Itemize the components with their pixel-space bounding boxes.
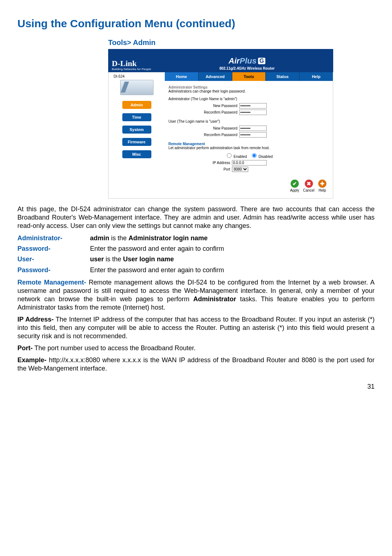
tab-status[interactable]: Status <box>266 72 299 81</box>
port-select[interactable]: 8080 <box>232 167 248 172</box>
port-label: Port <box>168 167 232 171</box>
example-term: Example- <box>17 356 46 364</box>
admin-section-label: Administrator (The Login Name is "admin"… <box>168 97 329 101</box>
brand-subtitle: 802.11g/2.4GHz Wireless Router <box>161 66 333 70</box>
tab-home[interactable]: Home <box>165 72 199 81</box>
brand-logo: D-Link Building Networks for People <box>108 57 161 72</box>
remote-management-sub: Let administrator perform administration… <box>168 146 329 150</box>
product-brand: AirPlusG 802.11g/2.4GHz Wireless Router <box>161 56 333 72</box>
tab-advanced[interactable]: Advanced <box>199 72 232 81</box>
router-main: HomeAdvancedToolsStatusHelp Administrato… <box>165 72 333 198</box>
page-number: 31 <box>17 383 375 391</box>
definition-term: Password- <box>17 244 90 253</box>
user-new-password-input[interactable] <box>239 126 267 131</box>
disabled-radio[interactable]: Disabled <box>250 155 273 159</box>
main-tabs: HomeAdvancedToolsStatusHelp <box>165 72 333 81</box>
sidebar-item-time[interactable]: Time <box>122 113 151 121</box>
definition-text: admin is the Administrator login name <box>90 234 375 243</box>
example-paragraph: Example- http://x.x.x.x:8080 where x.x.x… <box>17 356 375 373</box>
definition-text: Enter the password and enter again to co… <box>90 244 375 253</box>
page-title: Using the Configuration Menu (continued) <box>17 17 375 30</box>
router-header: D-Link Building Networks for People AirP… <box>108 49 333 72</box>
definition-list: Administrator-admin is the Administrator… <box>17 234 375 275</box>
apply-label: Apply <box>290 188 299 192</box>
tab-help[interactable]: Help <box>299 72 333 81</box>
brand-g: G <box>258 58 265 64</box>
remote-management-term: Remote Management- <box>17 279 86 286</box>
port-paragraph: Port- The port number used to access the… <box>17 344 375 352</box>
router-screenshot: D-Link Building Networks for People AirP… <box>108 49 333 199</box>
new-password-label: New Password <box>168 126 239 130</box>
remote-management-paragraph: Remote Management- Remote management all… <box>17 278 375 312</box>
user-reconfirm-password-input[interactable] <box>239 132 267 138</box>
logo-text: D-Link <box>112 60 161 68</box>
enabled-label: Enabled <box>234 155 247 159</box>
ip-address-paragraph: IP Address- The Internet IP address of t… <box>17 315 375 340</box>
admin-settings-sub: Administrators can change their login pa… <box>168 89 329 93</box>
admin-new-password-input[interactable] <box>239 103 267 109</box>
disabled-label: Disabled <box>258 155 273 159</box>
tab-tools[interactable]: Tools <box>232 72 266 81</box>
sidebar-item-misc[interactable]: Misc <box>122 150 151 158</box>
definition-term: Administrator- <box>17 234 90 243</box>
ip-address-term: IP Address- <box>17 316 54 323</box>
definition-term: User- <box>17 255 90 264</box>
definition-term: Password- <box>17 266 90 275</box>
device-image <box>120 80 154 95</box>
new-password-label: New Password <box>168 104 239 108</box>
model-label: DI-524 <box>112 74 161 78</box>
port-term: Port- <box>17 344 33 352</box>
brand-air: Air <box>229 56 240 65</box>
ip-address-label: IP Address <box>168 161 232 165</box>
cancel-button[interactable]: ✖ Cancel <box>303 180 314 192</box>
definition-text: user is the User login name <box>90 255 375 264</box>
admin-reconfirm-password-input[interactable] <box>239 110 267 115</box>
user-section-label: User (The Login name is "user") <box>168 119 329 123</box>
cancel-label: Cancel <box>303 188 314 192</box>
admin-settings-head: Administrator Settings <box>168 85 329 89</box>
enabled-radio[interactable]: Enabled <box>225 155 247 159</box>
brand-plus: Plus <box>240 56 256 65</box>
help-label: Help <box>319 188 326 192</box>
definition-text: Enter the password and enter again to co… <box>90 266 375 275</box>
intro-paragraph: At this page, the DI-524 administrator c… <box>17 205 375 230</box>
logo-tagline: Building Networks for People <box>112 68 161 71</box>
remote-management-head: Remote Management <box>168 142 329 146</box>
sidebar-item-admin[interactable]: Admin <box>122 101 151 109</box>
help-icon: ✚ <box>318 180 326 188</box>
reconfirm-password-label: Reconfirm Password <box>168 133 239 137</box>
help-button[interactable]: ✚ Help <box>318 180 326 192</box>
breadcrumb: Tools> Admin <box>108 38 375 47</box>
sidebar-item-system[interactable]: System <box>122 126 151 134</box>
apply-button[interactable]: ✔ Apply <box>290 180 299 192</box>
cancel-icon: ✖ <box>305 180 313 188</box>
check-icon: ✔ <box>291 180 299 188</box>
router-sidebar: DI-524 AdminTimeSystemFirmwareMisc <box>109 72 165 198</box>
sidebar-item-firmware[interactable]: Firmware <box>122 138 151 146</box>
ip-address-input[interactable] <box>232 160 267 165</box>
reconfirm-password-label: Reconfirm Password <box>168 110 239 114</box>
